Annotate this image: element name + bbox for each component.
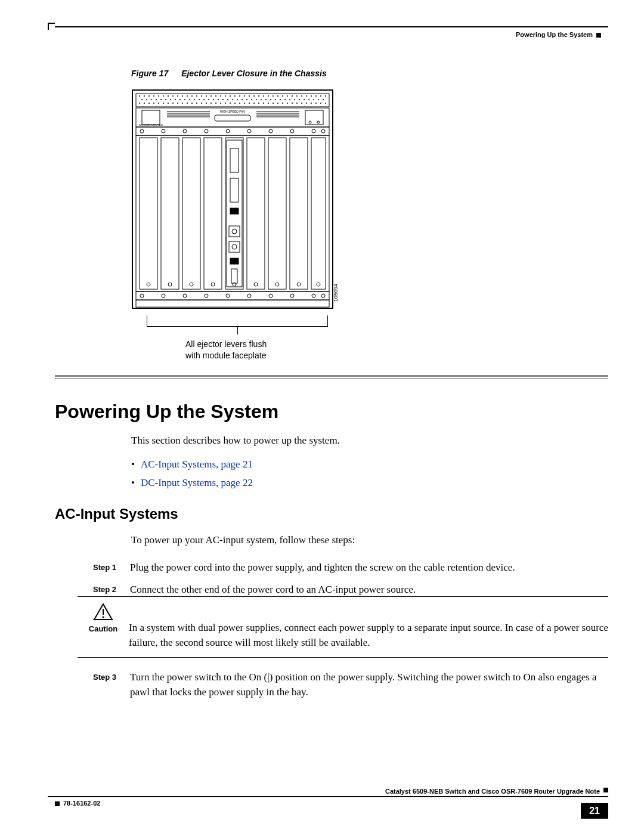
svg-point-70	[275, 99, 276, 100]
svg-point-62	[237, 99, 238, 100]
svg-point-83	[148, 103, 150, 104]
svg-point-96	[210, 103, 212, 104]
svg-point-139	[162, 129, 165, 133]
svg-point-104	[249, 103, 250, 104]
subsection-intro: To power up your AC-input system, follow…	[131, 534, 608, 546]
svg-point-33	[287, 95, 288, 97]
link-dc-input[interactable]: DC-Input Systems, page 22	[141, 477, 253, 488]
svg-point-91	[187, 103, 188, 104]
svg-point-23	[239, 95, 240, 97]
svg-point-46	[160, 99, 162, 100]
link-ac-input[interactable]: AC-Input Systems, page 21	[141, 459, 253, 470]
svg-point-14	[196, 95, 197, 97]
svg-point-52	[189, 99, 190, 100]
svg-point-2	[139, 95, 140, 97]
svg-point-49	[175, 99, 176, 100]
svg-point-94	[201, 103, 202, 104]
svg-point-24	[244, 95, 245, 97]
crop-mark	[48, 23, 55, 30]
svg-point-175	[297, 283, 301, 286]
svg-rect-151	[182, 138, 200, 289]
svg-point-4	[148, 95, 150, 97]
header-rule	[55, 26, 608, 27]
svg-point-26	[253, 95, 255, 97]
svg-point-111	[282, 103, 283, 104]
svg-point-138	[140, 129, 144, 133]
svg-point-19	[220, 95, 221, 97]
svg-point-45	[156, 99, 157, 100]
svg-point-58	[218, 99, 219, 100]
svg-point-38	[311, 95, 312, 97]
svg-point-31	[277, 95, 278, 97]
svg-point-25	[249, 95, 250, 97]
svg-point-20	[225, 95, 226, 97]
caution-box: Caution In a system with dual power supp…	[78, 596, 608, 658]
figure-number: Figure 17	[131, 69, 168, 78]
svg-point-80	[323, 99, 324, 100]
warning-icon	[93, 603, 113, 621]
svg-point-82	[144, 103, 145, 104]
svg-point-101	[234, 103, 236, 104]
svg-point-113	[292, 103, 293, 104]
svg-point-84	[153, 103, 154, 104]
svg-point-35	[296, 95, 298, 97]
svg-point-78	[313, 99, 314, 100]
svg-point-66	[256, 99, 257, 100]
svg-point-9	[172, 95, 174, 97]
svg-rect-149	[140, 138, 157, 289]
subsection-heading: AC-Input Systems	[55, 506, 178, 522]
svg-point-173	[254, 283, 258, 286]
svg-point-55	[203, 99, 205, 100]
svg-point-112	[287, 103, 288, 104]
svg-point-140	[183, 129, 187, 133]
svg-point-97	[215, 103, 216, 104]
svg-rect-188	[136, 300, 329, 307]
footer-docnum: 78-16162-02	[63, 800, 100, 807]
svg-point-143	[247, 129, 251, 133]
svg-point-145	[290, 129, 294, 133]
svg-point-142	[226, 129, 230, 133]
svg-point-3	[144, 95, 145, 97]
svg-point-44	[151, 99, 152, 100]
svg-point-30	[273, 95, 274, 97]
svg-rect-154	[247, 138, 265, 289]
svg-point-93	[196, 103, 197, 104]
svg-point-179	[162, 294, 165, 298]
svg-point-18	[215, 95, 216, 97]
chassis-diagram: HIGH SPEED FAN WS-C6509-NEB-FAN2	[131, 89, 334, 309]
svg-point-106	[258, 103, 259, 104]
svg-point-41	[325, 95, 326, 97]
svg-point-64	[246, 99, 247, 100]
svg-point-13	[191, 95, 193, 97]
page-footer: Catalyst 6509-NEB Switch and Cisco OSR-7…	[48, 788, 608, 807]
figure-callout: All ejector levers flush with module fac…	[185, 339, 608, 361]
section-intro: This section describes how to power up t…	[131, 433, 608, 448]
svg-point-76	[304, 99, 305, 100]
svg-point-118	[315, 103, 317, 104]
step-1-label: Step 1	[93, 561, 130, 574]
svg-point-147	[321, 129, 325, 133]
svg-point-115	[301, 103, 302, 104]
svg-rect-135	[215, 115, 250, 121]
footer-book-title: Catalyst 6509-NEB Switch and Cisco OSR-7…	[385, 788, 600, 795]
svg-point-72	[284, 99, 286, 100]
step-3-label: Step 3	[93, 670, 130, 683]
svg-point-110	[277, 103, 278, 104]
svg-point-12	[187, 95, 188, 97]
diagram-id: 105094	[333, 284, 339, 302]
svg-point-37	[306, 95, 307, 97]
svg-point-85	[158, 103, 159, 104]
svg-point-71	[280, 99, 281, 100]
svg-point-171	[211, 283, 215, 286]
svg-point-100	[230, 103, 231, 104]
svg-point-144	[269, 129, 273, 133]
svg-point-168	[147, 283, 150, 286]
svg-point-7	[163, 95, 164, 97]
page-number: 21	[581, 803, 608, 819]
svg-point-108	[268, 103, 269, 104]
svg-point-169	[168, 283, 172, 286]
svg-point-186	[312, 294, 315, 298]
step-3-text: Turn the power switch to the On (|) posi…	[130, 670, 608, 699]
svg-point-15	[201, 95, 202, 97]
svg-point-79	[318, 99, 319, 100]
